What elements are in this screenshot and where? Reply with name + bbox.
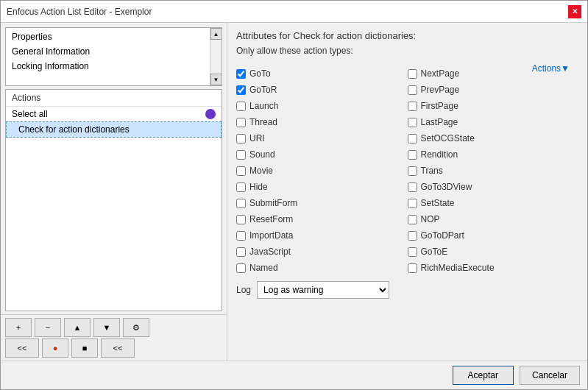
check-item-nop: NOP bbox=[408, 212, 579, 227]
checkbox-javascript[interactable] bbox=[236, 247, 246, 257]
bottom-bar: Aceptar Cancelar bbox=[1, 361, 587, 389]
check-item-setocgstate: SetOCGState bbox=[408, 131, 579, 146]
label-javascript[interactable]: JavaScript bbox=[249, 247, 291, 257]
checkbox-thread[interactable] bbox=[236, 118, 246, 127]
circle-button[interactable]: ● bbox=[42, 338, 68, 358]
label-goto[interactable]: GoTo bbox=[249, 68, 271, 79]
cancel-button[interactable]: Cancelar bbox=[520, 366, 580, 385]
scroll-up-arrow[interactable]: ▲ bbox=[210, 28, 222, 40]
label-richmedia[interactable]: RichMediaExecute bbox=[421, 263, 495, 273]
checkbox-uri[interactable] bbox=[236, 134, 246, 143]
actions-dropdown-link[interactable]: Actions▼ bbox=[532, 63, 570, 74]
label-gotodpart[interactable]: GoToDPart bbox=[421, 230, 464, 241]
select-all-label: Select all bbox=[12, 109, 48, 119]
check-item-setstate: SetState bbox=[408, 196, 579, 210]
checkbox-nextpage[interactable] bbox=[408, 69, 417, 79]
label-firstpage[interactable]: FirstPage bbox=[421, 101, 458, 111]
checkbox-richmedia[interactable] bbox=[408, 263, 417, 273]
checkbox-hide[interactable] bbox=[236, 182, 246, 192]
label-submitform[interactable]: SubmitForm bbox=[249, 198, 297, 208]
content-area: Properties General Information Locking I… bbox=[1, 23, 587, 361]
checkbox-rendition[interactable] bbox=[408, 150, 417, 160]
checkbox-submitform[interactable] bbox=[236, 199, 246, 208]
label-hide[interactable]: Hide bbox=[249, 182, 268, 192]
label-setocgstate[interactable]: SetOCGState bbox=[421, 133, 475, 143]
right-title: Attributes for Check for action dictiona… bbox=[236, 30, 578, 41]
remove-button[interactable]: − bbox=[35, 318, 61, 337]
check-item-richmedia: RichMediaExecute bbox=[408, 260, 579, 275]
label-lastpage[interactable]: LastPage bbox=[421, 117, 458, 127]
label-launch[interactable]: Launch bbox=[249, 101, 278, 111]
label-prevpage[interactable]: PrevPage bbox=[421, 85, 460, 95]
checkbox-launch[interactable] bbox=[236, 102, 246, 111]
checkbox-goto[interactable] bbox=[236, 69, 246, 79]
checkbox-resetform[interactable] bbox=[236, 215, 246, 224]
actions-section: Actions Select all Check for action dict… bbox=[5, 89, 222, 311]
actions-item-check[interactable]: Check for action dictionaries bbox=[6, 121, 222, 138]
right-panel: Attributes for Check for action dictiona… bbox=[227, 23, 587, 361]
prev-button[interactable]: << bbox=[5, 338, 39, 358]
label-gotor[interactable]: GoToR bbox=[249, 85, 277, 95]
right-subtitle: Only allow these action types: bbox=[236, 46, 353, 56]
select-all-row[interactable]: Select all bbox=[6, 107, 222, 121]
up-button[interactable]: ▲ bbox=[64, 318, 91, 337]
checkbox-firstpage[interactable] bbox=[408, 102, 417, 111]
label-uri[interactable]: URI bbox=[249, 133, 265, 143]
label-trans[interactable]: Trans bbox=[421, 166, 443, 176]
checkbox-nop[interactable] bbox=[408, 215, 417, 224]
check-item-rendition: Rendition bbox=[408, 147, 579, 162]
check-item-sound: Sound bbox=[236, 147, 408, 162]
log-select[interactable]: Log as warning Log as error Do not log bbox=[257, 281, 389, 299]
check-item-resetform: ResetForm bbox=[236, 212, 408, 227]
log-label: Log bbox=[236, 285, 251, 295]
right-header-row: Only allow these action types: Actions▼ bbox=[236, 46, 578, 62]
checkbox-importdata[interactable] bbox=[236, 231, 246, 241]
checkbox-gotor[interactable] bbox=[236, 85, 246, 95]
scroll-down-arrow[interactable]: ▼ bbox=[210, 74, 222, 85]
sidebar-item-locking[interactable]: Locking Information bbox=[6, 59, 222, 74]
checkbox-gotodpart[interactable] bbox=[408, 231, 417, 241]
sidebar-item-general[interactable]: General Information bbox=[6, 44, 222, 59]
check-item-movie: Movie bbox=[236, 163, 408, 178]
scrollbar: ▲ ▼ bbox=[210, 28, 222, 85]
settings-button[interactable]: ⚙ bbox=[123, 318, 149, 337]
checkbox-movie[interactable] bbox=[236, 166, 246, 176]
checkbox-named[interactable] bbox=[236, 263, 246, 273]
label-goto3dview[interactable]: GoTo3DView bbox=[421, 182, 472, 192]
label-rendition[interactable]: Rendition bbox=[421, 149, 458, 160]
properties-list: Properties General Information Locking I… bbox=[6, 28, 222, 75]
down-button[interactable]: ▼ bbox=[93, 318, 120, 337]
checkbox-gotoe[interactable] bbox=[408, 247, 417, 257]
checkbox-trans[interactable] bbox=[408, 166, 417, 176]
checkbox-setstate[interactable] bbox=[408, 199, 417, 208]
accept-button[interactable]: Aceptar bbox=[453, 366, 514, 385]
checkbox-goto3dview[interactable] bbox=[408, 182, 417, 192]
prev2-button[interactable]: << bbox=[101, 338, 135, 358]
check-item-prevpage: PrevPage bbox=[408, 82, 579, 97]
label-thread[interactable]: Thread bbox=[249, 117, 277, 127]
checkbox-setocgstate[interactable] bbox=[408, 134, 417, 143]
label-sound[interactable]: Sound bbox=[249, 149, 275, 160]
check-item-goto: GoTo bbox=[236, 66, 408, 81]
add-button[interactable]: + bbox=[5, 318, 32, 337]
label-gotoe[interactable]: GoToE bbox=[421, 247, 448, 257]
checkbox-sound[interactable] bbox=[236, 150, 246, 160]
square-button[interactable]: ■ bbox=[71, 338, 98, 358]
sidebar-item-properties[interactable]: Properties bbox=[6, 29, 222, 44]
toolbar-row-2: << ● ■ << bbox=[5, 338, 222, 358]
label-setstate[interactable]: SetState bbox=[421, 198, 455, 208]
label-importdata[interactable]: ImportData bbox=[249, 230, 293, 241]
check-item-launch: Launch bbox=[236, 99, 408, 113]
check-item-hide: Hide bbox=[236, 180, 408, 194]
label-resetform[interactable]: ResetForm bbox=[249, 214, 293, 224]
checkbox-prevpage[interactable] bbox=[408, 85, 417, 95]
check-item-trans: Trans bbox=[408, 163, 579, 178]
close-button[interactable]: ✕ bbox=[568, 5, 581, 18]
label-nop[interactable]: NOP bbox=[421, 214, 440, 224]
label-movie[interactable]: Movie bbox=[249, 166, 273, 176]
label-named[interactable]: Named bbox=[249, 263, 278, 273]
label-nextpage[interactable]: NextPage bbox=[421, 68, 460, 79]
checkbox-lastpage[interactable] bbox=[408, 118, 417, 127]
check-item-gotodpart: GoToDPart bbox=[408, 228, 579, 243]
check-item-gotor: GoToR bbox=[236, 82, 408, 97]
